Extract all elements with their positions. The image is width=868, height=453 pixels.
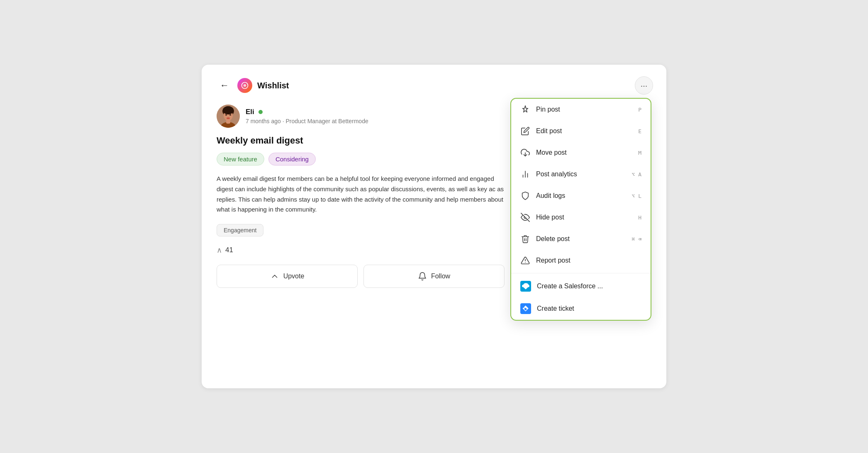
page-header: ← Wishlist	[217, 78, 651, 93]
svg-rect-7	[226, 119, 230, 124]
shortcut-audit-logs: ⌥ L	[632, 193, 641, 199]
trash-icon	[520, 234, 530, 244]
dropdown-menu: Pin post P Edit post E Move post M Post …	[510, 98, 651, 321]
menu-label-pin-post: Pin post	[536, 106, 632, 113]
bell-icon	[418, 272, 427, 281]
author-meta: 7 months ago · Product Manager at Better…	[246, 118, 368, 124]
back-button[interactable]: ←	[217, 78, 232, 93]
menu-item-create-ticket[interactable]: Create ticket	[511, 297, 651, 320]
upvote-label: Upvote	[283, 273, 305, 280]
upvote-chevron-icon: ∧	[217, 246, 222, 255]
author-info: Eli 7 months ago · Product Manager at Be…	[246, 108, 368, 124]
menu-label-report-post: Report post	[536, 257, 636, 264]
shortcut-delete-post: ⌘ ⌫	[632, 236, 641, 242]
jira-icon	[520, 303, 531, 314]
author-name-row: Eli	[246, 108, 368, 116]
menu-label-post-analytics: Post analytics	[536, 170, 626, 178]
menu-item-salesforce[interactable]: Create a Salesforce ...	[511, 275, 651, 297]
shortcut-pin-post: P	[638, 107, 641, 113]
menu-label-create-ticket: Create ticket	[537, 305, 636, 312]
shield-icon	[520, 191, 530, 201]
menu-divider	[511, 273, 651, 273]
tag-considering[interactable]: Considering	[268, 153, 316, 166]
bar-chart-icon	[520, 169, 530, 179]
ellipsis-icon: ···	[641, 81, 648, 90]
space-title: Wishlist	[257, 81, 289, 90]
menu-item-edit-post[interactable]: Edit post E	[511, 120, 651, 142]
post-card: ← Wishlist ···	[202, 65, 666, 388]
online-indicator	[258, 109, 263, 115]
svg-point-1	[244, 84, 246, 87]
shortcut-edit-post: E	[638, 128, 641, 134]
menu-label-audit-logs: Audit logs	[536, 192, 626, 200]
alert-triangle-icon	[520, 256, 530, 265]
follow-label: Follow	[431, 273, 450, 280]
shortcut-move-post: M	[638, 150, 641, 156]
tag-new-feature[interactable]: New feature	[217, 153, 264, 166]
menu-item-hide-post[interactable]: Hide post H	[511, 207, 651, 228]
menu-item-pin-post[interactable]: Pin post P	[511, 99, 651, 120]
post-body: A weekly email digest for members can be…	[217, 174, 507, 215]
menu-item-audit-logs[interactable]: Audit logs ⌥ L	[511, 185, 651, 207]
avatar	[217, 105, 240, 128]
eye-off-icon	[520, 212, 530, 222]
shortcut-post-analytics: ⌥ A	[632, 171, 641, 178]
menu-label-move-post: Move post	[536, 149, 632, 156]
menu-item-move-post[interactable]: Move post M	[511, 142, 651, 163]
upvote-icon	[270, 272, 279, 281]
vote-count: 41	[225, 246, 233, 254]
upvote-button[interactable]: Upvote	[217, 265, 358, 288]
more-options-button[interactable]: ···	[635, 76, 653, 95]
space-icon	[237, 78, 252, 93]
menu-item-report-post[interactable]: Report post	[511, 250, 651, 271]
shortcut-hide-post: H	[638, 214, 641, 221]
pin-icon	[520, 105, 530, 114]
svg-point-9	[225, 114, 227, 116]
follow-button[interactable]: Follow	[363, 265, 505, 288]
menu-label-salesforce: Create a Salesforce ...	[537, 283, 636, 290]
salesforce-icon	[520, 281, 531, 292]
menu-label-edit-post: Edit post	[536, 127, 632, 135]
edit-icon	[520, 126, 530, 136]
menu-label-delete-post: Delete post	[536, 235, 626, 243]
svg-point-8	[227, 117, 230, 119]
move-icon	[520, 148, 530, 158]
svg-point-5	[223, 106, 234, 114]
menu-label-hide-post: Hide post	[536, 214, 632, 221]
menu-item-post-analytics[interactable]: Post analytics ⌥ A	[511, 163, 651, 185]
engagement-tag[interactable]: Engagement	[217, 224, 263, 236]
svg-point-10	[229, 114, 231, 116]
author-name: Eli	[246, 108, 254, 116]
menu-item-delete-post[interactable]: Delete post ⌘ ⌫	[511, 228, 651, 250]
